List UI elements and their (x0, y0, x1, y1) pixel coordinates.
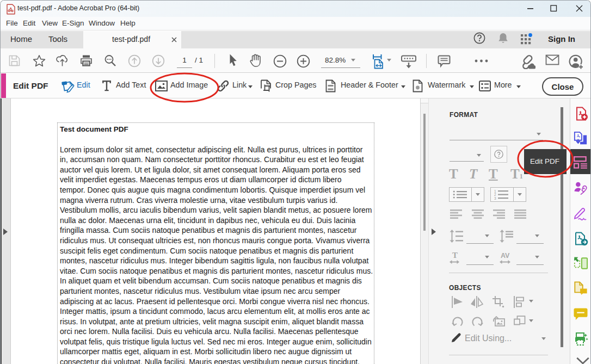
svg-text:AV: AV (501, 252, 510, 260)
svg-text:3: 3 (494, 196, 496, 200)
svg-text:T: T (452, 251, 458, 260)
